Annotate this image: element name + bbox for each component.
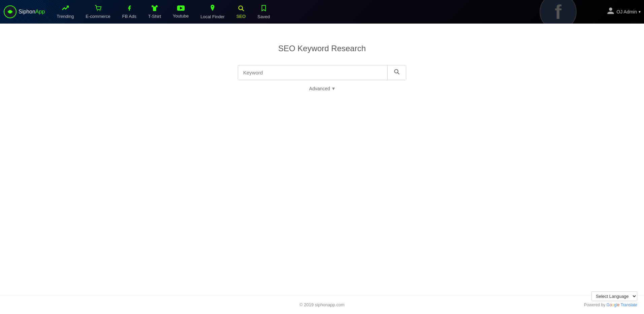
nav-item-tshirt[interactable]: T-Shirt: [143, 3, 166, 21]
search-container: [238, 65, 406, 80]
nav-seo-label: SEO: [236, 14, 246, 19]
youtube-icon: [177, 5, 185, 12]
logo-icon: [3, 5, 17, 19]
nav-items: Trending E-commerce FB Ads T-Shirt: [52, 3, 607, 21]
advanced-label: Advanced: [309, 86, 330, 91]
google-text: Google: [607, 303, 621, 307]
svg-point-8: [394, 69, 398, 73]
svg-line-7: [242, 9, 244, 11]
profile-dropdown-arrow: ▾: [639, 9, 641, 14]
page-title: SEO Keyword Research: [278, 44, 366, 53]
bottom-right-language: Select Language Powered by Google Transl…: [584, 291, 637, 307]
svg-point-2: [97, 10, 98, 11]
nav-item-trending[interactable]: Trending: [52, 3, 79, 21]
profile-name: OJ Admin: [616, 9, 637, 14]
navbar: SiphonApp Trending E-commerce FB Ads: [0, 0, 644, 24]
trending-icon: [62, 5, 69, 13]
profile-area[interactable]: OJ Admin ▾: [607, 7, 641, 17]
keyword-search-input[interactable]: [238, 66, 387, 80]
footer: © 2019 siphonapp.com: [0, 295, 644, 314]
fb-decorative-circle: f: [540, 0, 577, 24]
advanced-toggle[interactable]: Advanced ▾: [309, 85, 335, 92]
tshirt-icon: [151, 5, 158, 13]
advanced-arrow-icon: ▾: [332, 85, 335, 92]
powered-by-text: Powered by: [584, 303, 607, 307]
nav-ecommerce-label: E-commerce: [86, 14, 110, 19]
nav-youtube-label: Youtube: [173, 13, 189, 19]
nav-item-youtube[interactable]: Youtube: [168, 4, 194, 20]
nav-item-fbads[interactable]: FB Ads: [117, 3, 141, 21]
seo-icon: [238, 5, 245, 13]
main-content: SEO Keyword Research Advanced ▾: [0, 24, 644, 295]
profile-icon: [607, 7, 615, 17]
nav-tshirt-label: T-Shirt: [148, 14, 161, 19]
powered-by: Powered by Google Translate: [584, 303, 637, 307]
saved-icon: [261, 5, 266, 13]
svg-point-3: [99, 10, 100, 11]
language-select[interactable]: Select Language: [591, 291, 637, 301]
nav-saved-label: Saved: [257, 14, 270, 19]
nav-item-localfinder[interactable]: Local Finder: [195, 3, 230, 21]
pin-icon: [210, 5, 215, 13]
nav-trending-label: Trending: [57, 14, 74, 19]
nav-item-ecommerce[interactable]: E-commerce: [80, 3, 116, 21]
footer-text: © 2019 siphonapp.com: [299, 302, 345, 307]
logo-siphon-text: Siphon: [19, 9, 35, 15]
svg-point-6: [238, 6, 242, 9]
nav-fbads-label: FB Ads: [122, 14, 136, 19]
svg-point-1: [8, 10, 12, 13]
fb-letter: f: [555, 0, 561, 24]
logo[interactable]: SiphonApp: [3, 5, 45, 19]
cart-icon: [95, 5, 101, 13]
svg-line-9: [397, 72, 399, 74]
search-button[interactable]: [387, 65, 406, 80]
search-icon: [394, 69, 400, 76]
nav-item-seo[interactable]: SEO: [231, 3, 251, 21]
logo-app-text: App: [35, 9, 45, 15]
translate-text: Translate: [620, 303, 637, 307]
nav-localfinder-label: Local Finder: [200, 14, 225, 19]
fb-ads-icon: [126, 5, 132, 13]
nav-item-saved[interactable]: Saved: [252, 3, 275, 21]
